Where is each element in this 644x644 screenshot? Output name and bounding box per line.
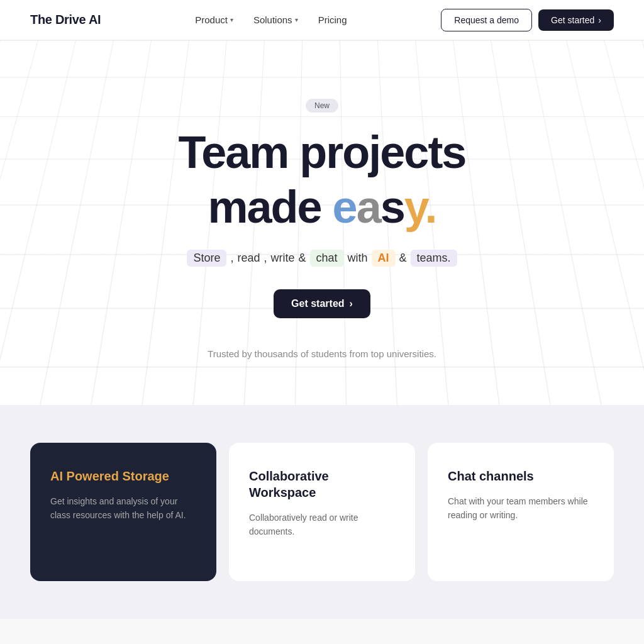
word-e: e [333,182,357,232]
feature-desc-ai-storage: Get insights and analysis of your class … [50,494,196,523]
comma-1: , [230,252,233,265]
arrow-right-icon: › [350,298,353,309]
word-s: s [380,182,404,232]
nav-pricing[interactable]: Pricing [311,9,355,30]
navbar: The Drive AI Product ▾ Solutions ▾ Prici… [0,0,644,40]
nav-solutions[interactable]: Solutions ▾ [246,9,306,30]
nav-product[interactable]: Product ▾ [187,9,241,30]
chevron-down-icon: ▾ [295,16,298,23]
bottom-section [0,619,644,644]
feature-desc-chat: Chat with your team members while readin… [448,494,594,523]
hero-tags: Store , read , write & chat with AI & te… [187,250,457,267]
hero-badge: New [306,99,338,113]
feature-card-collab[interactable]: Collaborative Workspace Collaboratively … [229,443,415,581]
chevron-down-icon: ▾ [230,16,233,23]
nav-actions: Request a demo Get started › [441,9,614,31]
trust-text: Trusted by thousands of students from to… [208,348,436,359]
feature-title-chat: Chat channels [448,468,594,484]
logo[interactable]: The Drive AI [30,13,101,27]
feature-desc-collab: Collaboratively read or write documents. [249,511,395,539]
tag-read: read [237,252,260,265]
tag-chat: chat [310,250,344,267]
features-section: AI Powered Storage Get insights and anal… [0,405,644,619]
tag-store: Store [187,250,226,267]
amp-2: & [399,252,407,265]
get-started-hero-button[interactable]: Get started › [274,289,370,318]
feature-title-ai-storage: AI Powered Storage [50,468,196,484]
get-started-nav-button[interactable]: Get started › [538,9,614,31]
nav-links: Product ▾ Solutions ▾ Pricing [187,9,354,30]
request-demo-button[interactable]: Request a demo [441,9,532,31]
hero-title-line1: Team projects [179,128,466,177]
tag-ai: AI [372,250,396,267]
word-a: a [357,182,380,232]
word-y: y [404,182,425,232]
with-text: with [348,252,368,265]
comma-2: , [264,252,267,265]
word-dot: . [425,182,436,232]
features-grid: AI Powered Storage Get insights and anal… [30,443,614,581]
arrow-right-icon: › [598,15,601,25]
feature-title-collab: Collaborative Workspace [249,468,395,501]
hero-section: New Team projects made easy. Store , rea… [0,40,644,405]
feature-card-chat[interactable]: Chat channels Chat with your team member… [428,443,614,581]
hero-title-line2: made easy. [208,182,436,232]
tag-write: write [270,252,294,265]
feature-card-ai-storage[interactable]: AI Powered Storage Get insights and anal… [30,443,216,581]
amp-1: & [299,252,306,265]
word-made: made [208,182,333,232]
tag-teams: teams. [411,250,457,267]
